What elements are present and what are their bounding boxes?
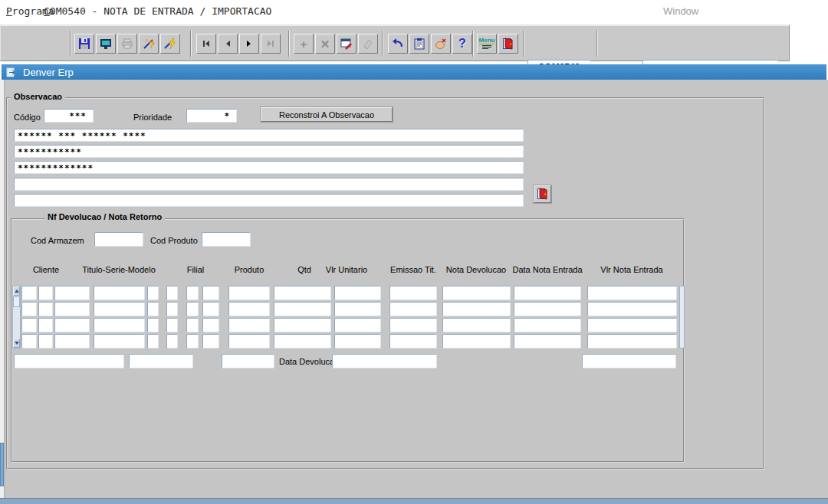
grid-cell-r3-c15[interactable]: [587, 318, 677, 332]
clipboard-button[interactable]: [409, 34, 429, 54]
grid-cell-r2-c7[interactable]: [186, 302, 199, 316]
grid-cell-r1-c12[interactable]: [389, 286, 437, 300]
grid-cell-r2-c11[interactable]: [334, 302, 381, 316]
grid-cell-r2-c15[interactable]: [587, 302, 677, 316]
first-record-button[interactable]: [196, 34, 216, 54]
grid-cell-r1-c10[interactable]: [274, 286, 331, 300]
grid-cell-r4-c9[interactable]: [228, 334, 270, 349]
grid-cell-r4-c2[interactable]: [38, 334, 53, 349]
grid-cell-r3-c6[interactable]: [166, 318, 178, 332]
grid-cell-r1-c8[interactable]: [202, 286, 219, 300]
grid-cell-r2-c8[interactable]: [202, 302, 219, 316]
menu-button[interactable]: Menu: [477, 34, 497, 54]
help-button[interactable]: ?: [452, 34, 472, 54]
insert-record-button[interactable]: +: [294, 34, 314, 54]
observacao-line-1[interactable]: ****** *** ****** ****: [14, 129, 524, 142]
vlr-nota-entrada-total[interactable]: [582, 354, 676, 368]
grid-right-scrollbar[interactable]: [679, 286, 685, 349]
grid-cell-r4-c6[interactable]: [166, 334, 178, 349]
grid-cell-r4-c8[interactable]: [202, 334, 219, 349]
grid-cell-r4-c5[interactable]: [147, 334, 159, 349]
edit-button[interactable]: [337, 34, 356, 54]
grid-cell-r3-c2[interactable]: [38, 318, 53, 332]
execute-query-button[interactable]: [160, 34, 180, 54]
grid-cell-r1-c15[interactable]: [587, 286, 677, 300]
grid-cell-r1-c13[interactable]: [442, 286, 511, 300]
grid-cell-r1-c6[interactable]: [166, 286, 178, 300]
scrollbar-thumb[interactable]: [13, 296, 20, 307]
grid-cell-r4-c4[interactable]: [94, 334, 145, 349]
footer-field-1[interactable]: [14, 354, 124, 368]
delete-record-button[interactable]: ✕: [315, 34, 335, 54]
grid-cell-r2-c9[interactable]: [228, 302, 270, 316]
grid-cell-r2-c12[interactable]: [389, 302, 437, 316]
grid-cell-r3-c11[interactable]: [334, 318, 381, 332]
grid-cell-r2-c1[interactable]: [21, 302, 37, 316]
observacao-exit-button[interactable]: [534, 185, 551, 203]
grid-cell-r4-c14[interactable]: [514, 334, 581, 349]
observacao-line-4[interactable]: [14, 178, 524, 191]
grid-cell-r2-c10[interactable]: [274, 302, 331, 316]
grid-cell-r1-c1[interactable]: [21, 286, 37, 300]
grid-cell-r2-c14[interactable]: [514, 302, 581, 316]
enter-query-button[interactable]: ?: [139, 34, 159, 54]
grid-cell-r1-c7[interactable]: [186, 286, 199, 300]
grid-cell-r3-c14[interactable]: [514, 318, 581, 332]
print-button[interactable]: [117, 34, 137, 54]
cod-armazem-input[interactable]: [94, 232, 143, 247]
undo-button[interactable]: [388, 34, 408, 54]
grid-cell-r1-c3[interactable]: [54, 286, 90, 300]
grid-cell-r1-c4[interactable]: [94, 286, 145, 300]
grid-cell-r3-c4[interactable]: [94, 318, 145, 332]
grid-cell-r1-c5[interactable]: [147, 286, 159, 300]
grid-cell-r2-c2[interactable]: [38, 302, 53, 316]
grid-cell-r4-c15[interactable]: [587, 334, 677, 349]
footer-field-3[interactable]: [222, 354, 274, 368]
observacao-line-2[interactable]: ***********: [14, 145, 524, 158]
menu-program-title[interactable]: COM0540 - NOTA DE ENTRADA / IMPORTACAO: [44, 5, 271, 17]
menu-window[interactable]: Window: [663, 5, 698, 17]
screen-button[interactable]: [96, 34, 116, 54]
clear-record-button[interactable]: [358, 34, 378, 54]
grid-cell-r1-c9[interactable]: [228, 286, 270, 300]
grid-cell-r3-c3[interactable]: [54, 318, 90, 332]
commit-button[interactable]: [431, 34, 451, 54]
grid-cell-r2-c13[interactable]: [442, 302, 511, 316]
data-devolucao-input[interactable]: [332, 354, 437, 368]
grid-cell-r3-c10[interactable]: [274, 318, 331, 332]
grid-cell-r3-c12[interactable]: [389, 318, 437, 332]
grid-vertical-scrollbar[interactable]: [12, 286, 21, 349]
scroll-up-button[interactable]: [13, 286, 20, 296]
grid-cell-r3-c13[interactable]: [442, 318, 511, 332]
canvas-vertical-scrollbar[interactable]: [0, 80, 5, 498]
observacao-line-3[interactable]: *************: [14, 161, 524, 174]
grid-cell-r1-c11[interactable]: [334, 286, 381, 300]
grid-cell-r2-c3[interactable]: [54, 302, 90, 316]
grid-cell-r4-c10[interactable]: [274, 334, 331, 349]
grid-cell-r1-c14[interactable]: [514, 286, 581, 300]
grid-cell-r2-c4[interactable]: [94, 302, 145, 316]
grid-cell-r1-c2[interactable]: [38, 286, 53, 300]
grid-cell-r4-c11[interactable]: [334, 334, 381, 349]
grid-cell-r4-c12[interactable]: [389, 334, 437, 349]
save-button[interactable]: [74, 34, 94, 54]
last-record-button[interactable]: [261, 34, 281, 54]
grid-cell-r3-c8[interactable]: [202, 318, 219, 332]
grid-cell-r4-c13[interactable]: [442, 334, 511, 349]
previous-record-button[interactable]: [218, 34, 238, 54]
reconstroi-observacao-button[interactable]: Reconstroi A Observacao: [261, 107, 393, 122]
codigo-input[interactable]: ***: [44, 109, 94, 123]
footer-field-2[interactable]: [129, 354, 193, 368]
grid-cell-r3-c1[interactable]: [21, 318, 37, 332]
next-record-button[interactable]: [239, 34, 259, 54]
grid-cell-r3-c9[interactable]: [228, 318, 270, 332]
observacao-line-5[interactable]: [14, 194, 524, 207]
grid-cell-r2-c5[interactable]: [147, 302, 159, 316]
scrollbar-thumb[interactable]: [0, 443, 4, 486]
grid-cell-r4-c3[interactable]: [54, 334, 90, 349]
grid-cell-r2-c6[interactable]: [166, 302, 178, 316]
grid-cell-r4-c7[interactable]: [186, 334, 199, 349]
grid-cell-r3-c5[interactable]: [147, 318, 159, 332]
grid-cell-r3-c7[interactable]: [186, 318, 199, 332]
scroll-down-button[interactable]: [13, 339, 20, 348]
